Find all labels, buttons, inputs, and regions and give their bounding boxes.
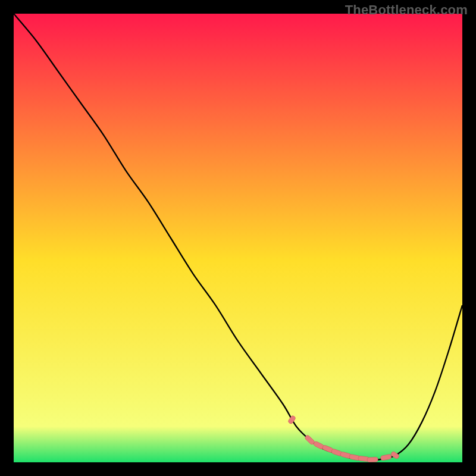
plot-area [14, 14, 462, 462]
chart-stage: TheBottleneck.com [0, 0, 476, 476]
watermark-text: TheBottleneck.com [345, 2, 468, 18]
trough-marker [367, 457, 378, 462]
gradient-background [14, 14, 462, 462]
plot-svg [14, 14, 462, 462]
